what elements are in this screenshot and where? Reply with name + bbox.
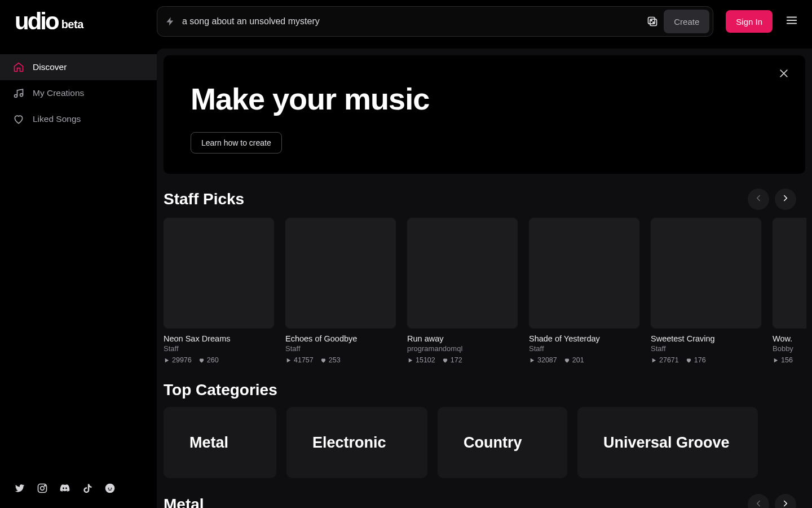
category-card[interactable]: Universal Groove xyxy=(577,407,758,478)
twitter-icon[interactable] xyxy=(12,481,27,496)
track-card[interactable]: Echoes of Goodbye Staff 41757 253 xyxy=(285,218,396,364)
play-count: 156 xyxy=(773,356,793,364)
svg-point-10 xyxy=(41,487,45,491)
like-count: 253 xyxy=(320,356,341,364)
play-count: 41757 xyxy=(285,356,314,364)
metal-prev-button[interactable] xyxy=(748,494,769,508)
close-banner-button[interactable] xyxy=(776,67,792,82)
logo[interactable]: udio beta xyxy=(0,10,157,33)
play-count: 29976 xyxy=(164,356,192,364)
track-title: Run away xyxy=(407,334,518,343)
track-artist[interactable]: Staff xyxy=(285,344,396,353)
category-card[interactable]: Electronic xyxy=(286,407,427,478)
prompt-bar[interactable]: Create xyxy=(157,6,713,37)
staff-picks-next-button[interactable] xyxy=(775,189,796,210)
category-card[interactable]: Country xyxy=(438,407,567,478)
sidebar-item-label: My Creations xyxy=(33,88,84,98)
hamburger-icon xyxy=(785,14,798,29)
sidebar: Discover My Creations Liked Songs xyxy=(0,43,157,508)
track-title: Neon Sax Dreams xyxy=(164,334,274,343)
svg-point-11 xyxy=(45,485,46,487)
logo-beta-tag: beta xyxy=(61,18,83,33)
sidebar-item-discover[interactable]: Discover xyxy=(0,54,157,80)
home-icon xyxy=(12,62,25,73)
top-categories-heading: Top Categories xyxy=(164,381,277,399)
track-title: Shade of Yesterday xyxy=(529,334,639,343)
discord-icon[interactable] xyxy=(58,481,72,496)
arrow-left-icon xyxy=(753,498,764,508)
category-label: Electronic xyxy=(312,434,386,452)
arrow-left-icon xyxy=(753,193,764,205)
track-artwork xyxy=(407,218,518,329)
top-categories-row: Metal Electronic Country Universal Groov… xyxy=(164,407,812,478)
sidebar-item-label: Discover xyxy=(33,62,67,72)
social-links xyxy=(0,481,157,496)
track-artwork xyxy=(529,218,639,329)
track-title: Sweetest Craving xyxy=(651,334,761,343)
track-artist[interactable]: programandomql xyxy=(407,344,518,353)
staff-picks-prev-button[interactable] xyxy=(748,189,769,210)
arrow-right-icon xyxy=(780,193,791,205)
play-count: 27671 xyxy=(651,356,679,364)
track-card[interactable]: Wow. Bobby 156 xyxy=(773,218,806,364)
close-icon xyxy=(778,68,789,81)
svg-point-3 xyxy=(653,22,654,23)
track-artwork xyxy=(773,218,806,329)
track-title: Wow. xyxy=(773,334,806,343)
like-count: 201 xyxy=(564,356,584,364)
track-artist[interactable]: Staff xyxy=(164,344,274,353)
track-title: Echoes of Goodbye xyxy=(285,334,396,343)
sidebar-item-liked-songs[interactable]: Liked Songs xyxy=(0,106,157,132)
category-label: Universal Groove xyxy=(603,434,730,452)
bolt-icon xyxy=(165,16,175,27)
signin-button[interactable]: Sign In xyxy=(726,10,773,33)
learn-button[interactable]: Learn how to create xyxy=(191,132,282,154)
staff-picks-row: Neon Sax Dreams Staff 29976 260 Echoes o… xyxy=(164,218,812,364)
hero-banner: Make your music Learn how to create xyxy=(164,55,805,174)
track-card[interactable]: Neon Sax Dreams Staff 29976 260 xyxy=(164,218,274,364)
create-button[interactable]: Create xyxy=(664,10,709,33)
track-artist[interactable]: Staff xyxy=(651,344,761,353)
track-artwork xyxy=(651,218,761,329)
arrow-right-icon xyxy=(780,498,791,508)
music-note-icon xyxy=(12,87,25,99)
track-card[interactable]: Run away programandomql 15102 172 xyxy=(407,218,518,364)
main-content: Make your music Learn how to create Staf… xyxy=(157,49,812,508)
tiktok-icon[interactable] xyxy=(80,481,95,496)
play-count: 32087 xyxy=(529,356,557,364)
metal-next-button[interactable] xyxy=(775,494,796,508)
randomize-icon[interactable] xyxy=(647,16,658,27)
category-label: Metal xyxy=(189,434,228,452)
staff-picks-heading: Staff Picks xyxy=(164,190,244,208)
heart-icon xyxy=(12,113,25,125)
category-card[interactable]: Metal xyxy=(164,407,276,478)
menu-button[interactable] xyxy=(783,12,801,30)
svg-point-14 xyxy=(111,488,112,489)
track-card[interactable]: Sweetest Craving Staff 27671 176 xyxy=(651,218,761,364)
logo-wordmark: udio xyxy=(15,10,58,33)
like-count: 172 xyxy=(442,356,462,364)
like-count: 260 xyxy=(198,356,219,364)
instagram-icon[interactable] xyxy=(35,481,50,496)
track-artist[interactable]: Bobby xyxy=(773,344,806,353)
hero-title: Make your music xyxy=(191,81,778,116)
svg-point-13 xyxy=(108,488,109,489)
track-artwork xyxy=(164,218,274,329)
prompt-input[interactable] xyxy=(182,16,641,27)
sidebar-item-label: Liked Songs xyxy=(33,114,81,124)
track-artist[interactable]: Staff xyxy=(529,344,639,353)
reddit-icon[interactable] xyxy=(103,481,117,496)
track-card[interactable]: Shade of Yesterday Staff 32087 201 xyxy=(529,218,639,364)
svg-point-12 xyxy=(105,484,115,493)
metal-section-heading: Metal xyxy=(164,496,204,508)
sidebar-item-my-creations[interactable]: My Creations xyxy=(0,80,157,106)
category-label: Country xyxy=(464,434,522,452)
svg-point-2 xyxy=(651,20,652,21)
like-count: 176 xyxy=(686,356,706,364)
play-count: 15102 xyxy=(407,356,435,364)
track-artwork xyxy=(285,218,396,329)
